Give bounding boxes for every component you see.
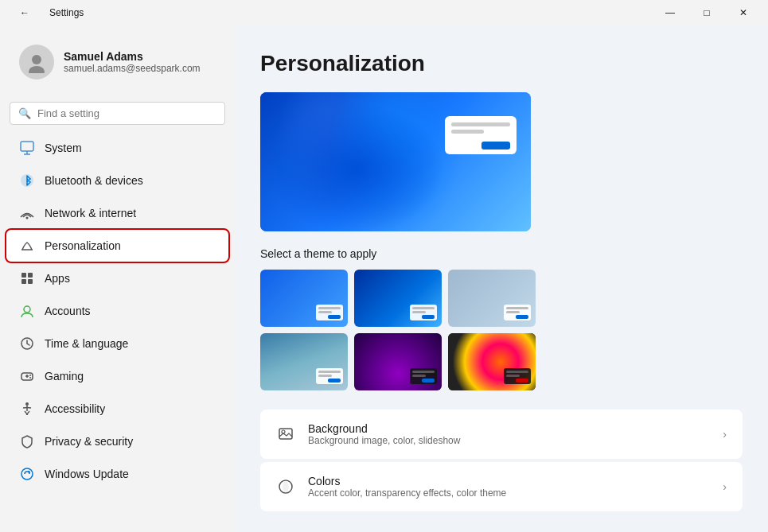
background-title: Background — [308, 422, 460, 435]
sidebar-item-label-apps: Apps — [45, 272, 70, 285]
titlebar-left: ← Settings — [6, 0, 84, 25]
sidebar-item-label-bluetooth: Bluetooth & devices — [45, 174, 143, 187]
titlebar-title: Settings — [49, 7, 84, 18]
page-title: Personalization — [260, 51, 743, 76]
colors-icon — [276, 477, 295, 496]
user-email: samuel.adams@seedspark.com — [64, 63, 201, 74]
sidebar-item-gaming[interactable]: Gaming — [6, 360, 228, 392]
sidebar-item-label-privacy: Privacy & security — [45, 435, 133, 448]
search-box: 🔍 — [10, 102, 225, 125]
sidebar-item-label-time: Time & language — [45, 337, 128, 350]
close-button[interactable]: ✕ — [725, 0, 762, 25]
svg-point-4 — [26, 217, 29, 219]
search-input[interactable] — [37, 107, 216, 119]
svg-point-21 — [282, 430, 285, 433]
theme-option-5[interactable] — [354, 333, 442, 390]
settings-row-background[interactable]: Background Background image, color, slid… — [260, 410, 743, 459]
maximize-button[interactable]: □ — [688, 0, 725, 25]
user-info: Samuel Adams samuel.adams@seedspark.com — [64, 50, 201, 74]
back-button[interactable]: ← — [6, 0, 43, 25]
background-subtitle: Background image, color, slideshow — [308, 435, 460, 446]
theme-preview — [260, 92, 531, 231]
svg-point-16 — [29, 377, 31, 379]
sidebar-item-label-gaming: Gaming — [45, 370, 84, 382]
privacy-icon — [19, 433, 35, 449]
sidebar-item-label-accounts: Accounts — [45, 305, 91, 317]
svg-rect-2 — [21, 142, 33, 151]
chevron-right-icon: › — [723, 428, 727, 441]
theme-section-label: Select a theme to apply — [260, 247, 743, 260]
titlebar-controls: — □ ✕ — [652, 0, 762, 25]
svg-rect-8 — [21, 279, 26, 284]
svg-point-19 — [21, 468, 33, 480]
network-icon — [19, 205, 35, 221]
content-area: Personalization Select a theme to apply — [235, 25, 768, 532]
app-body: Samuel Adams samuel.adams@seedspark.com … — [0, 25, 768, 532]
settings-row-background-left: Background Background image, color, slid… — [276, 422, 460, 446]
themes-grid — [260, 270, 743, 390]
gaming-icon — [19, 368, 35, 384]
svg-point-17 — [25, 402, 29, 406]
background-text: Background Background image, color, slid… — [308, 422, 460, 446]
accessibility-icon — [19, 401, 35, 417]
settings-row-colors-left: Colors Accent color, transparency effect… — [276, 475, 506, 499]
preview-background — [260, 92, 531, 231]
sidebar-item-privacy[interactable]: Privacy & security — [6, 425, 228, 457]
user-profile[interactable]: Samuel Adams samuel.adams@seedspark.com — [6, 32, 228, 92]
sidebar-item-label-system: System — [45, 142, 82, 154]
apps-icon — [19, 270, 35, 286]
user-name: Samuel Adams — [64, 50, 201, 63]
svg-point-10 — [24, 306, 30, 313]
colors-title: Colors — [308, 475, 506, 487]
svg-point-15 — [29, 375, 31, 376]
sidebar-item-system[interactable]: System — [6, 132, 228, 164]
sidebar-item-time[interactable]: Time & language — [6, 328, 228, 359]
theme-thumb-card-1 — [316, 305, 343, 320]
theme-option-3[interactable] — [448, 270, 536, 327]
titlebar: ← Settings — □ ✕ — [0, 0, 768, 25]
accounts-icon — [19, 303, 35, 319]
sidebar-item-apps[interactable]: Apps — [6, 262, 228, 294]
svg-rect-6 — [21, 273, 26, 278]
preview-card-button — [481, 142, 510, 150]
preview-card-line2 — [451, 130, 484, 134]
search-icon: 🔍 — [18, 107, 31, 119]
theme-thumb-card-4 — [316, 368, 343, 384]
sidebar-item-label-personalization: Personalization — [45, 239, 121, 252]
theme-thumb-card-2 — [410, 305, 437, 320]
settings-row-colors[interactable]: Colors Accent color, transparency effect… — [260, 462, 743, 511]
avatar — [19, 45, 54, 80]
theme-thumb-card-5 — [410, 368, 437, 384]
sidebar-item-personalization[interactable]: Personalization — [6, 230, 228, 262]
colors-subtitle: Accent color, transparency effects, colo… — [308, 487, 506, 499]
nav-list: System Bluetooth & devices — [0, 131, 235, 491]
personalization-icon — [19, 238, 35, 254]
update-icon — [19, 466, 35, 482]
theme-option-6[interactable] — [448, 333, 536, 390]
theme-option-2[interactable] — [354, 270, 442, 327]
svg-rect-9 — [28, 279, 33, 284]
colors-text: Colors Accent color, transparency effect… — [308, 475, 506, 499]
sidebar-item-label-network: Network & internet — [45, 207, 136, 219]
sidebar-item-accounts[interactable]: Accounts — [6, 295, 228, 327]
minimize-button[interactable]: — — [652, 0, 688, 25]
theme-thumb-card-3 — [504, 305, 531, 320]
svg-point-1 — [29, 66, 45, 73]
background-icon — [276, 425, 295, 444]
bluetooth-icon — [19, 173, 35, 188]
sidebar-item-bluetooth[interactable]: Bluetooth & devices — [6, 165, 228, 196]
sidebar-item-network[interactable]: Network & internet — [6, 197, 228, 229]
time-icon — [19, 336, 35, 351]
system-icon — [19, 140, 35, 156]
svg-point-0 — [32, 55, 41, 64]
sidebar-item-update[interactable]: Windows Update — [6, 458, 228, 490]
preview-card — [445, 116, 517, 154]
sidebar-item-label-update: Windows Update — [45, 468, 129, 480]
sidebar-item-accessibility[interactable]: Accessibility — [6, 393, 228, 425]
sidebar-item-label-accessibility: Accessibility — [45, 402, 105, 415]
theme-option-1[interactable] — [260, 270, 348, 327]
svg-rect-7 — [28, 273, 33, 278]
theme-thumb-card-6 — [504, 368, 531, 384]
theme-option-4[interactable] — [260, 333, 348, 390]
back-icon: ← — [20, 7, 29, 18]
